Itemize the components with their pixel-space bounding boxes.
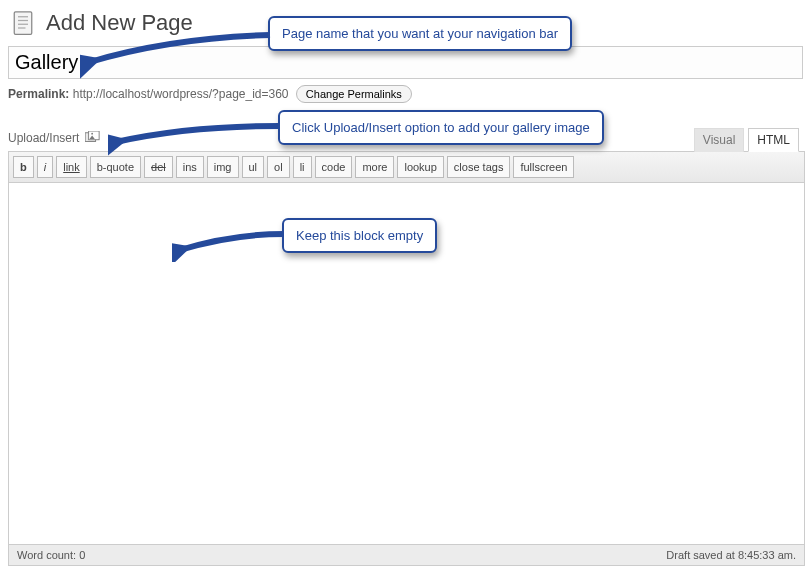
svg-point-7 <box>92 133 94 135</box>
tab-visual[interactable]: Visual <box>694 128 744 152</box>
tb-ol[interactable]: ol <box>267 156 290 178</box>
tb-bquote[interactable]: b-quote <box>90 156 141 178</box>
tb-bold[interactable]: b <box>13 156 34 178</box>
callout-1: Page name that you want at your navigati… <box>268 16 572 51</box>
svg-rect-0 <box>14 12 32 35</box>
tb-li[interactable]: li <box>293 156 312 178</box>
tb-more[interactable]: more <box>355 156 394 178</box>
tb-code[interactable]: code <box>315 156 353 178</box>
editor-toolbar: b i link b-quote del ins img ul ol li co… <box>8 151 805 183</box>
tb-img[interactable]: img <box>207 156 239 178</box>
page-title: Add New Page <box>46 10 193 36</box>
draft-saved-label: Draft saved at 8:45:33 am. <box>666 549 796 561</box>
tb-fullscreen[interactable]: fullscreen <box>513 156 574 178</box>
permalink-url: http://localhost/wordpress/?page_id=360 <box>73 87 289 101</box>
tb-ins[interactable]: ins <box>176 156 204 178</box>
callout-3: Keep this block empty <box>282 218 437 253</box>
permalink-row: Permalink: http://localhost/wordpress/?p… <box>8 85 805 103</box>
upload-insert-label: Upload/Insert <box>8 131 79 145</box>
word-count-label: Word count: 0 <box>17 549 85 561</box>
tb-closetags[interactable]: close tags <box>447 156 511 178</box>
tb-link[interactable]: link <box>56 156 87 178</box>
tab-html[interactable]: HTML <box>748 128 799 152</box>
tb-del[interactable]: del <box>144 156 173 178</box>
tb-italic[interactable]: i <box>37 156 53 178</box>
permalink-label: Permalink: <box>8 87 69 101</box>
tb-ul[interactable]: ul <box>242 156 265 178</box>
page-icon <box>8 8 38 38</box>
tb-lookup[interactable]: lookup <box>397 156 443 178</box>
add-media-icon[interactable] <box>85 131 101 145</box>
callout-2: Click Upload/Insert option to add your g… <box>278 110 604 145</box>
change-permalinks-button[interactable]: Change Permalinks <box>296 85 412 103</box>
